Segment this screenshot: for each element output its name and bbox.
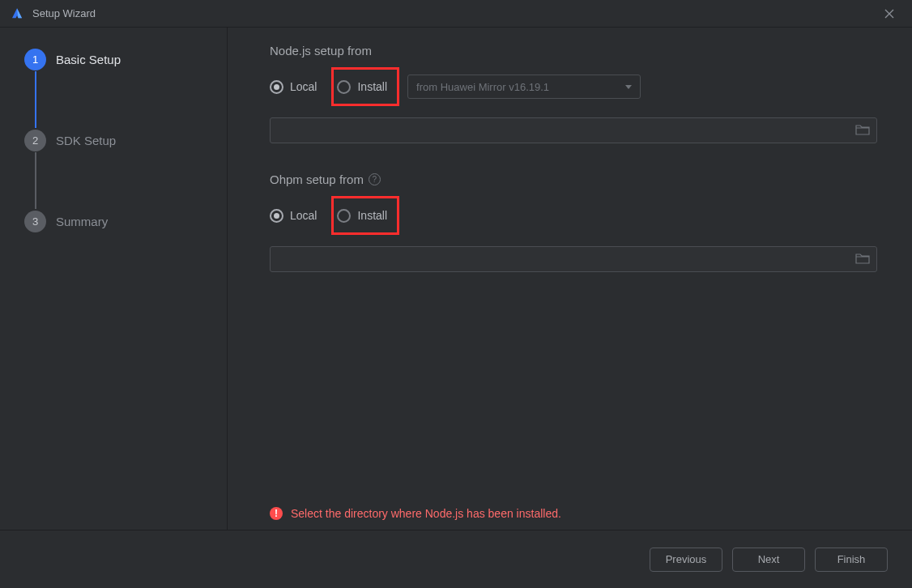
folder-icon[interactable] [855, 253, 870, 266]
main-panel: Node.js setup from Local Install from Hu… [228, 28, 912, 530]
step-connector-2 [35, 152, 36, 209]
ohpm-heading-text: Ohpm setup from [270, 173, 364, 186]
step-basic-setup[interactable]: 1 Basic Setup [24, 47, 227, 71]
radio-icon [337, 80, 351, 94]
radio-icon [337, 209, 351, 223]
radio-icon [270, 80, 283, 94]
nodejs-mirror-dropdown[interactable]: from Huawei Mirror v16.19.1 [407, 75, 641, 99]
dropdown-value: from Huawei Mirror v16.19.1 [416, 81, 549, 93]
error-message: ! Select the directory where Node.js has… [270, 507, 561, 520]
folder-icon[interactable] [855, 124, 870, 138]
error-text: Select the directory where Node.js has b… [291, 507, 561, 520]
chevron-down-icon [625, 85, 632, 89]
footer: Previous Next Finish [0, 530, 912, 588]
step-number-1: 1 [24, 49, 46, 70]
nodejs-install-highlight: Install [331, 67, 399, 106]
step-connector-1 [35, 71, 36, 128]
window-title: Setup Wizard [32, 7, 876, 19]
ohpm-heading: Ohpm setup from ? [270, 173, 880, 186]
nodejs-local-label: Local [290, 80, 317, 93]
ohpm-path-input[interactable] [270, 246, 877, 272]
previous-button[interactable]: Previous [650, 548, 722, 572]
nodejs-install-radio[interactable]: Install [337, 75, 390, 99]
step-summary[interactable]: 3 Summary [24, 209, 227, 233]
step-label-basic: Basic Setup [56, 53, 121, 66]
step-label-summary: Summary [56, 215, 108, 228]
titlebar: Setup Wizard [0, 0, 912, 28]
help-icon[interactable]: ? [369, 173, 381, 185]
next-button[interactable]: Next [732, 548, 805, 572]
nodejs-radio-row: Local Install from Huawei Mirror v16.19.… [270, 67, 880, 106]
ohpm-install-radio[interactable]: Install [337, 203, 390, 228]
step-label-sdk: SDK Setup [56, 134, 116, 147]
step-sdk-setup[interactable]: 2 SDK Setup [24, 128, 227, 152]
app-logo-icon [10, 6, 24, 21]
error-icon: ! [270, 507, 283, 520]
close-icon[interactable] [876, 4, 902, 23]
finish-button[interactable]: Finish [815, 548, 888, 572]
radio-icon [270, 209, 283, 223]
ohpm-local-radio[interactable]: Local [270, 203, 331, 228]
ohpm-install-highlight: Install [331, 196, 399, 235]
nodejs-local-radio[interactable]: Local [270, 75, 331, 99]
wizard-sidebar: 1 Basic Setup 2 SDK Setup 3 Summary [0, 28, 228, 530]
nodejs-heading: Node.js setup from [270, 44, 880, 58]
ohpm-install-label: Install [357, 209, 387, 222]
ohpm-radio-row: Local Install [270, 196, 880, 235]
nodejs-path-input[interactable] [270, 117, 877, 143]
step-number-2: 2 [24, 130, 46, 151]
step-number-3: 3 [24, 211, 46, 232]
ohpm-local-label: Local [290, 209, 317, 222]
nodejs-install-label: Install [357, 80, 387, 93]
